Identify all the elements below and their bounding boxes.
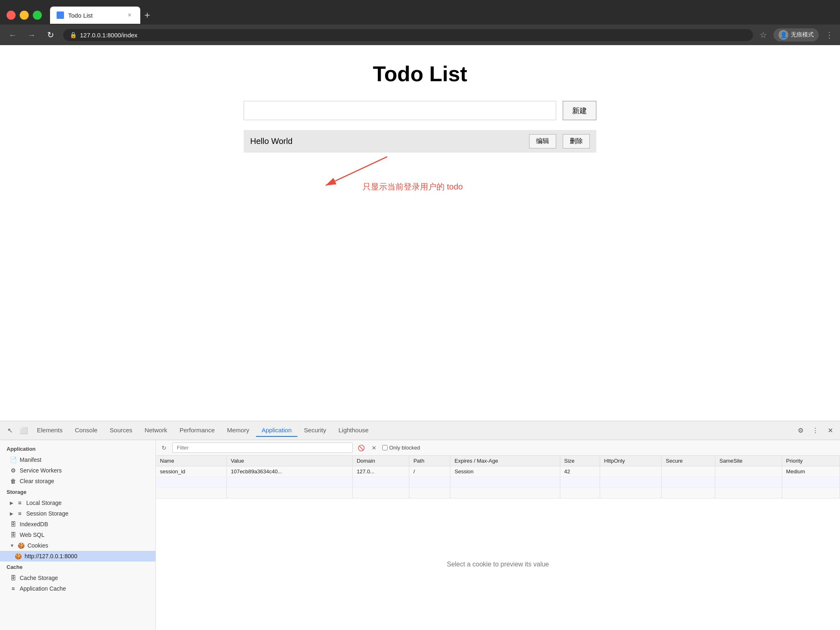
close-traffic-light[interactable] (7, 11, 16, 20)
maximize-traffic-light[interactable] (33, 11, 42, 20)
sidebar-item-cookie-origin[interactable]: 🍪 http://127.0.0.1:8000 (0, 551, 155, 562)
annotation-text: 只显示当前登录用户的 todo (363, 181, 463, 192)
sidebar-item-cache-storage-label: Cache Storage (20, 575, 58, 581)
table-cell: / (409, 466, 450, 477)
session-storage-icon: ≡ (16, 510, 23, 517)
sidebar-item-indexeddb[interactable]: 🗄 IndexedDB (0, 519, 155, 530)
forward-button[interactable]: → (25, 30, 38, 40)
minimize-traffic-light[interactable] (20, 11, 29, 20)
tab-elements[interactable]: Elements (31, 424, 68, 437)
settings-icon[interactable]: ⚙ (794, 424, 807, 437)
table-cell: Session (450, 466, 560, 477)
clear-storage-icon: 🗑 (10, 478, 16, 484)
edit-todo-button[interactable]: 编辑 (529, 134, 556, 148)
block-cookies-icon[interactable]: 🚫 (356, 443, 366, 453)
element-selector-icon[interactable]: ↖ (3, 424, 16, 437)
sidebar-section-cache: Cache (0, 562, 155, 573)
table-row-empty (156, 488, 840, 498)
todo-input[interactable] (244, 101, 556, 120)
delete-todo-button[interactable]: 删除 (563, 134, 590, 148)
cookies-icon: 🍪 (18, 542, 24, 549)
table-header-row: Name Value Domain Path Expires / Max-Age… (156, 456, 840, 466)
tab-network[interactable]: Network (139, 424, 173, 437)
sidebar-item-clear-storage[interactable]: 🗑 Clear storage (0, 476, 155, 486)
devtools-action-buttons: ⚙ ⋮ ✕ (794, 424, 837, 437)
sidebar-item-service-workers[interactable]: ⚙ Service Workers (0, 465, 155, 476)
annotation-arrow (268, 153, 432, 202)
sidebar-item-cookies[interactable]: ▼ 🍪 Cookies (0, 540, 155, 551)
page-title: Todo List (373, 62, 467, 86)
only-blocked-label[interactable]: Only blocked (382, 445, 420, 451)
sidebar-section-storage: Storage (0, 486, 155, 498)
table-row-empty (156, 477, 840, 488)
close-devtools-button[interactable]: ✕ (824, 424, 837, 437)
col-header-samesite: SameSite (715, 456, 782, 466)
tab-console[interactable]: Console (69, 424, 103, 437)
only-blocked-checkbox[interactable] (382, 445, 388, 450)
todo-item-row: Hello World 编辑 删除 (244, 130, 596, 153)
active-tab[interactable]: Todo List × (50, 7, 140, 24)
lock-icon: 🔒 (70, 32, 77, 38)
menu-icon[interactable]: ⋮ (825, 30, 833, 40)
sidebar-item-web-sql[interactable]: 🗄 Web SQL (0, 530, 155, 540)
tab-performance[interactable]: Performance (174, 424, 221, 437)
table-cell: 42 (560, 466, 600, 477)
address-bar: ← → ↻ 🔒 127.0.0.1:8000/index ☆ 👤 无痕模式 ⋮ (0, 25, 840, 45)
address-host: 127.0.0.1:8000/index (80, 32, 137, 39)
todo-input-row: 新建 (244, 101, 596, 120)
table-cell (662, 466, 715, 477)
table-row[interactable]: session_id107ecb89a3634c40...127.0.../Se… (156, 466, 840, 477)
cookies-filter-input[interactable] (172, 443, 353, 453)
page-content: Todo List 新建 Hello World 编辑 删除 只显示当前登录用户… (0, 45, 840, 421)
sidebar-item-indexeddb-label: IndexedDB (20, 521, 48, 527)
device-toggle-icon[interactable]: ⬜ (17, 424, 30, 437)
table-cell: 127.0... (352, 466, 409, 477)
cookies-arrow-icon: ▼ (10, 543, 14, 548)
tab-favicon (57, 11, 64, 19)
sidebar-item-session-storage[interactable]: ▶ ≡ Session Storage (0, 508, 155, 519)
browser-right-actions: ☆ 👤 无痕模式 ⋮ (760, 28, 833, 41)
address-input[interactable]: 🔒 127.0.0.1:8000/index (63, 29, 753, 41)
sidebar-item-service-workers-label: Service Workers (20, 467, 62, 474)
tab-lighthouse[interactable]: Lighthouse (333, 424, 374, 437)
web-sql-icon: 🗄 (10, 532, 16, 538)
sidebar-item-local-storage[interactable]: ▶ ≡ Local Storage (0, 498, 155, 508)
col-header-priority: Priority (782, 456, 840, 466)
sidebar-item-application-cache[interactable]: ≡ Application Cache (0, 583, 155, 594)
incognito-button[interactable]: 👤 无痕模式 (774, 28, 819, 41)
bookmark-icon[interactable]: ☆ (760, 30, 767, 40)
incognito-icon: 👤 (778, 30, 788, 40)
sidebar-item-local-storage-label: Local Storage (26, 500, 62, 506)
sidebar-item-cookie-origin-label: http://127.0.0.1:8000 (25, 553, 77, 559)
sidebar-item-web-sql-label: Web SQL (20, 532, 44, 538)
session-storage-arrow-icon: ▶ (10, 511, 13, 516)
back-button[interactable]: ← (7, 30, 19, 40)
refresh-button[interactable]: ↻ (44, 30, 57, 40)
tab-title: Todo List (68, 12, 121, 19)
col-header-path: Path (409, 456, 450, 466)
indexeddb-icon: 🗄 (10, 521, 16, 527)
table-cell (600, 466, 661, 477)
tab-application[interactable]: Application (256, 424, 297, 437)
tab-security[interactable]: Security (298, 424, 332, 437)
cookie-origin-icon: 🍪 (15, 553, 21, 559)
cookie-preview-panel: Select a cookie to preview its value (156, 498, 840, 630)
tab-close-button[interactable]: × (126, 11, 134, 19)
sidebar-item-manifest[interactable]: 📄 Manifest (0, 454, 155, 465)
sidebar-item-session-storage-label: Session Storage (26, 510, 68, 517)
new-todo-button[interactable]: 新建 (563, 101, 596, 120)
more-options-icon[interactable]: ⋮ (809, 424, 822, 437)
sidebar-item-application-cache-label: Application Cache (20, 585, 66, 592)
col-header-name: Name (156, 456, 226, 466)
local-storage-icon: ≡ (16, 500, 23, 506)
sidebar-item-cache-storage[interactable]: 🗄 Cache Storage (0, 573, 155, 583)
devtools-main-panel: ↻ 🚫 ✕ Only blocked Name Value Domain (156, 440, 840, 630)
col-header-secure: Secure (662, 456, 715, 466)
clear-cookies-button[interactable]: ✕ (369, 443, 379, 453)
sidebar-section-application: Application (0, 443, 155, 454)
local-storage-arrow-icon: ▶ (10, 500, 13, 506)
new-tab-button[interactable]: + (144, 9, 150, 21)
tab-memory[interactable]: Memory (221, 424, 255, 437)
refresh-cookies-button[interactable]: ↻ (159, 443, 169, 453)
tab-sources[interactable]: Sources (104, 424, 138, 437)
